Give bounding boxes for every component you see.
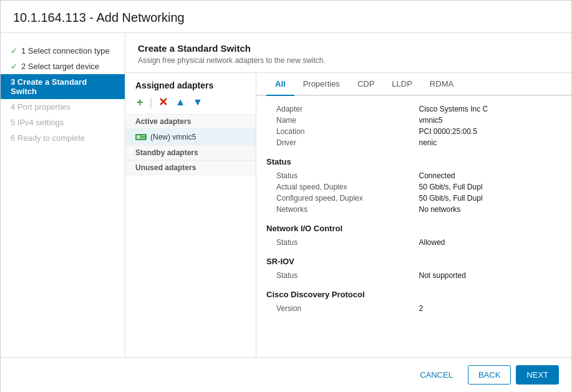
detail-label-adapter: Adapter	[276, 105, 419, 113]
content-description: Assign free physical network adapters to…	[138, 56, 559, 65]
content-header: Create a Standard Switch Assign free phy…	[125, 33, 571, 73]
detail-label-driver: Driver	[276, 138, 419, 147]
tab-rdma[interactable]: RDMA	[421, 73, 462, 96]
cdp-section: Cisco Discovery Protocol Version 2	[266, 290, 561, 314]
add-adapter-button[interactable]: +	[135, 95, 145, 109]
detail-value-network-io-status: Allowed	[419, 238, 562, 247]
detail-row-sr-iov-status: Status Not supported	[266, 270, 561, 281]
cancel-button[interactable]: CANCEL	[410, 365, 463, 385]
toolbar-divider: |	[150, 96, 153, 109]
detail-label-actual-speed: Actual speed, Duplex	[276, 183, 419, 191]
detail-label-cdp-version: Version	[276, 304, 419, 313]
checkmark-icon-step1: ✓	[11, 46, 17, 55]
detail-value-name: vmnic5	[419, 116, 562, 125]
svg-rect-2	[142, 135, 143, 136]
detail-row-driver: Driver nenic	[266, 137, 561, 148]
add-networking-dialog: 10.1.164.113 - Add Networking ✓ 1 Select…	[0, 0, 572, 392]
detail-row-adapter: Adapter Cisco Systems Inc C	[266, 103, 561, 115]
remove-adapter-button[interactable]: ✕	[157, 95, 169, 109]
adapter-item-vmnic5[interactable]: (New) vmnic5	[125, 129, 256, 145]
details-tabs: All Properties CDP LLDP RDMA	[256, 73, 571, 96]
network-io-section: Network I/O Control Status Allowed	[266, 224, 561, 248]
tab-properties[interactable]: Properties	[294, 73, 349, 96]
sidebar-label-step1: 1 Select connection type	[21, 46, 110, 55]
svg-rect-3	[143, 135, 145, 136]
detail-row-network-io-status: Status Allowed	[266, 237, 561, 248]
next-button[interactable]: NEXT	[516, 365, 559, 385]
standby-adapters-label: Standby adapters	[125, 145, 256, 160]
cdp-title: Cisco Discovery Protocol	[266, 290, 561, 299]
tab-lldp[interactable]: LLDP	[383, 73, 421, 96]
detail-label-configured-speed: Configured speed, Duplex	[276, 194, 419, 203]
sidebar-item-step5: 5 IPv4 settings	[1, 115, 125, 130]
adapters-title: Assigned adapters	[125, 73, 256, 95]
tab-cdp[interactable]: CDP	[349, 73, 383, 96]
sidebar-label-step6: 6 Ready to complete	[11, 133, 85, 143]
detail-value-adapter: Cisco Systems Inc C	[419, 105, 562, 113]
details-content: Adapter Cisco Systems Inc C Name vmnic5 …	[256, 96, 571, 357]
status-section: Status Status Connected Actual speed, Du…	[266, 157, 561, 215]
sidebar-item-step1: ✓ 1 Select connection type	[1, 43, 125, 59]
detail-row-cdp-version: Version 2	[266, 303, 561, 314]
sr-iov-section: SR-IOV Status Not supported	[266, 257, 561, 281]
detail-value-cdp-version: 2	[419, 304, 562, 313]
sidebar-item-step6: 6 Ready to complete	[1, 130, 125, 146]
dialog-title: 10.1.164.113 - Add Networking	[1, 1, 571, 33]
detail-row-status: Status Connected	[266, 170, 561, 181]
wizard-sidebar: ✓ 1 Select connection type ✓ 2 Select ta…	[1, 33, 125, 357]
detail-label-name: Name	[276, 116, 419, 125]
adapter-name: (New) vmnic5	[150, 133, 196, 141]
detail-value-location: PCI 0000:25:00.5	[419, 127, 562, 136]
svg-rect-4	[142, 138, 143, 139]
checkmark-icon-step2: ✓	[11, 62, 17, 71]
detail-value-sr-iov-status: Not supported	[419, 271, 562, 280]
detail-value-actual-speed: 50 Gbit/s, Full Dupl	[419, 183, 562, 191]
details-panel: All Properties CDP LLDP RDMA Adapter Cis…	[256, 73, 571, 357]
detail-value-driver: nenic	[419, 138, 562, 147]
move-down-button[interactable]: ▼	[191, 96, 204, 108]
content-title: Create a Standard Switch	[138, 43, 559, 54]
detail-value-status: Connected	[419, 171, 562, 180]
content-panels: Assigned adapters + | ✕ ▲ ▼ Active adapt…	[125, 73, 571, 357]
dialog-footer: CANCEL BACK NEXT	[1, 357, 571, 392]
status-section-title: Status	[266, 157, 561, 166]
sr-iov-title: SR-IOV	[266, 257, 561, 266]
adapters-panel: Assigned adapters + | ✕ ▲ ▼ Active adapt…	[125, 73, 256, 357]
detail-row-networks: Networks No networks	[266, 204, 561, 215]
sidebar-label-step2: 2 Select target device	[21, 62, 99, 71]
network-io-title: Network I/O Control	[266, 224, 561, 233]
detail-label-location: Location	[276, 127, 419, 136]
move-up-button[interactable]: ▲	[174, 96, 187, 108]
sidebar-label-step4: 4 Port properties	[11, 102, 70, 112]
detail-value-configured-speed: 50 Gbit/s, Full Dupl	[419, 194, 562, 203]
unused-adapters-label: Unused adapters	[125, 160, 256, 175]
dialog-body: ✓ 1 Select connection type ✓ 2 Select ta…	[1, 33, 571, 357]
detail-label-sr-iov-status: Status	[276, 271, 419, 280]
sidebar-item-step2: ✓ 2 Select target device	[1, 59, 125, 74]
adapters-toolbar: + | ✕ ▲ ▼	[125, 95, 256, 114]
tab-all[interactable]: All	[266, 73, 294, 96]
active-adapters-label: Active adapters	[125, 114, 256, 129]
detail-label-status: Status	[276, 171, 419, 180]
sidebar-label-step5: 5 IPv4 settings	[11, 118, 64, 127]
detail-label-network-io-status: Status	[276, 238, 419, 247]
detail-row-configured-speed: Configured speed, Duplex 50 Gbit/s, Full…	[266, 193, 561, 204]
detail-label-networks: Networks	[276, 205, 419, 214]
back-button[interactable]: BACK	[468, 365, 511, 385]
sidebar-item-step4: 4 Port properties	[1, 99, 125, 115]
basic-info-section: Adapter Cisco Systems Inc C Name vmnic5 …	[266, 103, 561, 148]
detail-value-networks: No networks	[419, 205, 562, 214]
sidebar-label-step3: 3 Create a Standard Switch	[11, 77, 115, 96]
detail-row-name: Name vmnic5	[266, 115, 561, 126]
detail-row-location: Location PCI 0000:25:00.5	[266, 126, 561, 137]
svg-rect-1	[137, 135, 140, 139]
main-content: Create a Standard Switch Assign free phy…	[125, 33, 571, 357]
sidebar-item-step3[interactable]: 3 Create a Standard Switch	[1, 74, 125, 99]
adapter-icon	[135, 133, 147, 141]
svg-rect-5	[143, 138, 145, 139]
detail-row-actual-speed: Actual speed, Duplex 50 Gbit/s, Full Dup…	[266, 181, 561, 193]
